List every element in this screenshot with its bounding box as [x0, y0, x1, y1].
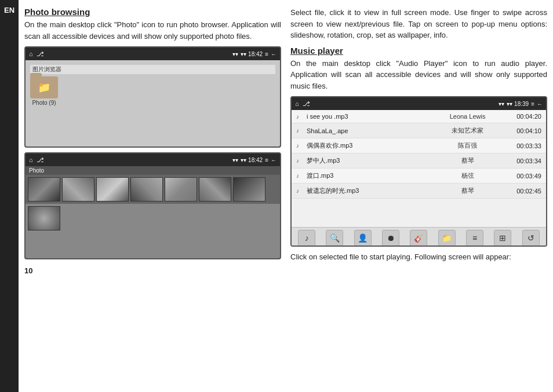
- intro-text: Select file, click it to view in full sc…: [290, 7, 547, 41]
- music-body: ♪ i see you .mp3 Leona Lewis 00:04:20 ♪ …: [292, 110, 546, 247]
- photo-label-bar: Photo: [26, 166, 280, 175]
- folder-area: 📁 Photo (9): [30, 76, 58, 106]
- menu-icon-3: ≡: [531, 101, 534, 107]
- music-artist-2: 陈百强: [426, 141, 509, 150]
- screen-body-1: 图片浏览器 📁 Photo (9): [26, 60, 280, 148]
- status-bar-3: ⌂ ⎇ ▾▾ ▾▾ 18:39 ≡ ←: [292, 97, 546, 110]
- usb-icon-3: ⎇: [303, 100, 310, 108]
- thumbnail-4[interactable]: [130, 177, 163, 202]
- music-name-5: 被遗忘的时光.mp3: [307, 186, 423, 195]
- music-name-4: 渡口.mp3: [307, 171, 423, 180]
- music-note-icon-4: ♪: [296, 173, 303, 179]
- music-artist-1: 未知艺术家: [426, 126, 509, 135]
- page-content: Photo browsing On the main desktop click…: [19, 0, 553, 392]
- music-duration-1: 00:04:10: [512, 127, 541, 134]
- music-row-2[interactable]: ♪ 偶偶喜欢你.mp3 陈百强 00:03:33: [292, 138, 546, 153]
- music-artist-4: 杨弦: [426, 171, 509, 180]
- status-bar-left-3: ⌂ ⎇: [295, 100, 310, 108]
- photo-browsing-title: Photo browsing: [24, 7, 281, 17]
- home-icon-3: ⌂: [295, 100, 299, 107]
- music-row-0[interactable]: ♪ i see you .mp3 Leona Lewis 00:04:20: [292, 110, 546, 123]
- status-bar-2: ⌂ ⎇ ▾▾ ▾▾ 18:42 ≡ ←: [26, 153, 280, 166]
- repeat-icon[interactable]: ↺: [522, 230, 540, 246]
- folder-icon[interactable]: 📁: [438, 230, 456, 246]
- music-player-section: Music player On the main desktop click "…: [290, 46, 547, 92]
- photo-browser-screen-1: ⌂ ⎇ ▾▾ ▾▾ 18:42 ≡ ← 图片浏览器 📁 Photo (9): [24, 46, 281, 148]
- music-duration-3: 00:03:34: [512, 157, 541, 164]
- music-row-5[interactable]: ♪ 被遗忘的时光.mp3 蔡琴 00:02:45: [292, 184, 546, 199]
- music-duration-4: 00:03:49: [512, 173, 541, 179]
- music-note-icon-1: ♪: [296, 127, 303, 134]
- wifi-signal-icon: ▾▾: [232, 51, 238, 57]
- right-column: Select file, click it to view in full sc…: [290, 7, 547, 386]
- status-bar-right-2: ▾▾ ▾▾ 18:42 ≡ ←: [232, 157, 276, 163]
- music-duration-5: 00:02:45: [512, 188, 541, 195]
- music-row-4[interactable]: ♪ 渡口.mp3 杨弦 00:03:49: [292, 168, 546, 184]
- thumbnail-2[interactable]: [62, 177, 94, 202]
- status-bar-right-1: ▾▾ ▾▾ 18:42 ≡ ←: [232, 51, 276, 57]
- photo-browsing-text: On the main desktop click "Photo" icon t…: [24, 19, 281, 42]
- music-duration-2: 00:03:33: [512, 142, 541, 149]
- thumbnails-row-1: [26, 175, 280, 204]
- screen-body-2: Photo: [26, 166, 280, 259]
- footer-text: Click on selected file to start playing.…: [290, 251, 547, 263]
- music-artist-0: Leona Lewis: [426, 113, 509, 120]
- back-icon-1: ←: [271, 51, 276, 57]
- wifi-signal-icon-2: ▾▾: [232, 157, 238, 163]
- back-icon-3: ←: [537, 101, 543, 107]
- music-name-3: 梦中人.mp3: [307, 156, 423, 165]
- photo-browsing-section: Photo browsing On the main desktop click…: [24, 7, 281, 42]
- menu-icon-1: ≡: [265, 51, 268, 57]
- status-bar-right-3: ▾▾ ▾▾ 18:39 ≡ ←: [499, 101, 543, 107]
- left-column: Photo browsing On the main desktop click…: [24, 7, 281, 386]
- search-icon[interactable]: 🔍: [326, 230, 343, 246]
- thumbnail-3[interactable]: [96, 177, 129, 202]
- photo-browser-screen-2: ⌂ ⎇ ▾▾ ▾▾ 18:42 ≡ ← Photo: [24, 152, 281, 259]
- music-note-icon-5: ♪: [296, 188, 303, 194]
- music-note-icon-0: ♪: [296, 113, 303, 120]
- thumbnail-8[interactable]: [28, 206, 60, 230]
- thumbnail-6[interactable]: [199, 177, 231, 202]
- grid-icon[interactable]: ⊞: [494, 230, 511, 246]
- home-icon: ⌂: [29, 50, 33, 57]
- thumbnails-row-2: [26, 204, 280, 233]
- music-icon[interactable]: ♪: [298, 230, 315, 246]
- music-name-2: 偶偶喜欢你.mp3: [307, 141, 423, 150]
- music-note-icon-2: ♪: [296, 142, 303, 149]
- music-player-title: Music player: [290, 46, 547, 56]
- music-list: ♪ i see you .mp3 Leona Lewis 00:04:20 ♪ …: [292, 110, 546, 227]
- music-player-text: On the main desktop click "Audio Player"…: [290, 58, 547, 92]
- thumbnail-7[interactable]: [233, 177, 265, 202]
- music-row-1[interactable]: ♪ ShaLaLa_.ape 未知艺术家 00:04:10: [292, 123, 546, 138]
- list-icon[interactable]: ≡: [466, 230, 483, 246]
- music-name-1: ShaLaLa_.ape: [307, 127, 423, 134]
- home-icon-2: ⌂: [29, 156, 33, 163]
- language-tab: EN: [0, 0, 19, 392]
- back-icon-2: ←: [271, 157, 276, 163]
- record-icon[interactable]: ⏺: [382, 230, 399, 246]
- wifi-signal-icon-3: ▾▾: [499, 101, 504, 107]
- time-display-3: ▾▾ 18:39: [507, 101, 529, 107]
- language-label: EN: [4, 6, 14, 14]
- folder-icon[interactable]: 📁: [30, 76, 58, 98]
- music-row-3[interactable]: ♪ 梦中人.mp3 蔡琴 00:03:34: [292, 153, 546, 168]
- status-bar-left-2: ⌂ ⎇: [29, 156, 44, 164]
- folder-label: Photo (9): [32, 100, 56, 106]
- folder-title: 图片浏览器: [30, 65, 275, 74]
- music-note-icon-3: ♪: [296, 157, 303, 164]
- music-toolbar: ♪🔍👤⏺🎸📁≡⊞↺: [292, 227, 546, 247]
- thumbnail-1[interactable]: [28, 177, 60, 202]
- status-bar-left-1: ⌂ ⎇: [29, 50, 44, 58]
- thumbnail-5[interactable]: [165, 177, 197, 202]
- music-name-0: i see you .mp3: [307, 113, 423, 120]
- music-artist-5: 蔡琴: [426, 186, 509, 195]
- music-artist-3: 蔡琴: [426, 156, 509, 165]
- time-display-1: ▾▾ 18:42: [241, 51, 263, 57]
- artist-icon[interactable]: 👤: [354, 230, 372, 246]
- menu-icon-2: ≡: [265, 157, 268, 163]
- status-bar-1: ⌂ ⎇ ▾▾ ▾▾ 18:42 ≡ ←: [26, 47, 280, 60]
- guitar-icon[interactable]: 🎸: [410, 230, 427, 246]
- usb-icon-2: ⎇: [37, 156, 44, 164]
- time-display-2: ▾▾ 18:42: [241, 157, 263, 163]
- usb-icon: ⎇: [37, 50, 44, 58]
